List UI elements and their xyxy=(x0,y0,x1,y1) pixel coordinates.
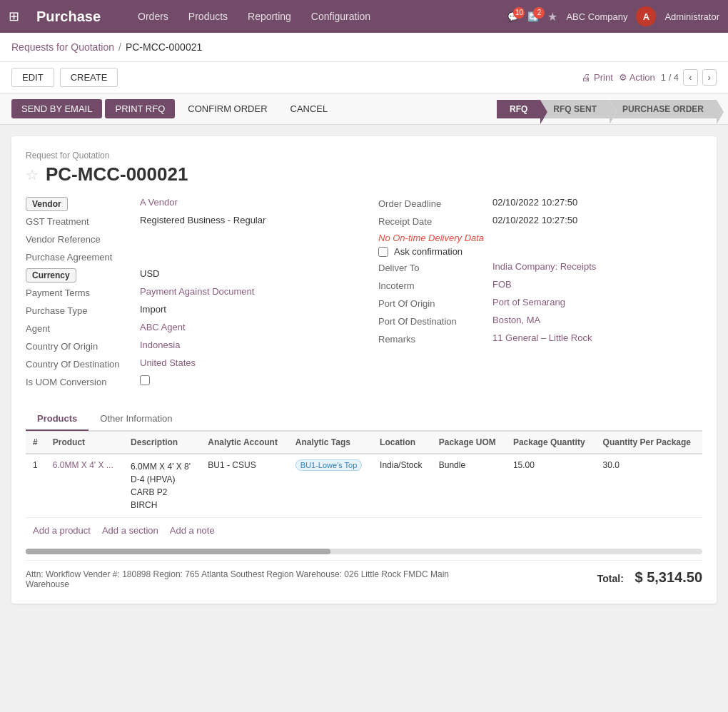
field-vendor-ref: Vendor Reference xyxy=(26,233,350,245)
confirm-order-button[interactable]: CONFIRM ORDER xyxy=(178,99,277,118)
row-package-qty: 15.00 xyxy=(506,454,596,518)
right-icons: 💬 10 🔄 2 ★ ABC Company A Administrator xyxy=(507,6,719,26)
country-origin-label: Country Of Origin xyxy=(26,340,140,352)
breadcrumb-sep: / xyxy=(118,41,121,53)
col-product[interactable]: Product xyxy=(46,432,123,454)
scroll-thumb[interactable] xyxy=(26,549,330,554)
order-deadline-value: 02/10/2022 10:27:50 xyxy=(492,197,577,208)
form-card: Request for Quotation ☆ PC-MCC-000021 Ve… xyxy=(11,136,717,604)
activity-icon[interactable]: 🔄 2 xyxy=(527,11,539,22)
vendor-ref-label: Vendor Reference xyxy=(26,233,140,245)
port-origin-value[interactable]: Port of Semarang xyxy=(492,297,565,307)
field-country-dest: Country Of Destination United States xyxy=(26,357,350,370)
purchase-agreement-label: Purchase Agreement xyxy=(26,250,140,263)
app-grid-icon[interactable]: ⊞ xyxy=(9,9,19,24)
field-order-deadline: Order Deadline 02/10/2022 10:27:50 xyxy=(378,197,702,209)
action-button[interactable]: ⚙ Action xyxy=(619,72,655,83)
deliver-to-value[interactable]: India Company: Receipts xyxy=(492,261,596,272)
brand-title: Purchase xyxy=(36,9,101,25)
breadcrumb-parent[interactable]: Requests for Quotation xyxy=(11,41,114,53)
user-avatar[interactable]: A xyxy=(636,6,656,26)
add-product-link[interactable]: Add a product xyxy=(33,525,91,536)
uom-conversion-checkbox[interactable] xyxy=(140,375,150,385)
field-incoterm: Incoterm FOB xyxy=(378,279,702,291)
total-label: Total: xyxy=(597,573,624,584)
row-qty-per-package: 30.0 xyxy=(596,454,702,518)
receipt-date-value: 02/10/2022 10:27:50 xyxy=(492,215,577,225)
analytic-tag[interactable]: BU1-Lowe's Top xyxy=(295,459,363,471)
main-content: Request for Quotation ☆ PC-MCC-000021 Ve… xyxy=(0,125,728,694)
no-delivery-data: No On-time Delivery Data xyxy=(378,233,702,243)
status-rfq-sent[interactable]: RFQ SENT xyxy=(540,100,610,118)
footer-note: Attn: Workflow Vender #: 180898 Region: … xyxy=(26,569,454,589)
tab-other-info[interactable]: Other Information xyxy=(89,407,183,431)
add-note-link[interactable]: Add a note xyxy=(170,525,215,536)
gst-label: GST Treatment xyxy=(26,215,140,227)
ask-confirmation-checkbox[interactable] xyxy=(378,247,388,257)
row-location: India/Stock xyxy=(373,454,432,518)
prev-button[interactable]: ‹ xyxy=(683,69,697,86)
nav-reporting[interactable]: Reporting xyxy=(239,6,300,26)
favorite-star-icon[interactable]: ☆ xyxy=(26,166,39,183)
chat-icon[interactable]: 💬 10 xyxy=(507,11,519,22)
field-gst: GST Treatment Registered Business - Regu… xyxy=(26,215,350,227)
breadcrumb: Requests for Quotation / PC-MCC-000021 xyxy=(0,33,728,62)
country-origin-value[interactable]: Indonesia xyxy=(140,340,180,350)
receipt-date-label: Receipt Date xyxy=(378,215,492,227)
port-dest-label: Port Of Destination xyxy=(378,315,492,327)
field-purchase-type: Purchase Type Import xyxy=(26,304,350,316)
vendor-label: Vendor xyxy=(26,197,140,209)
nav-products[interactable]: Products xyxy=(180,6,236,26)
country-dest-value[interactable]: United States xyxy=(140,357,196,368)
tab-products[interactable]: Products xyxy=(26,407,89,431)
currency-value: USD xyxy=(140,268,159,279)
total-value: $ 5,314.50 xyxy=(635,569,702,585)
edit-button[interactable]: EDIT xyxy=(11,68,54,87)
agent-value[interactable]: ABC Agent xyxy=(140,322,186,332)
add-section-link[interactable]: Add a section xyxy=(102,525,158,536)
ask-confirmation-row: Ask confirmation xyxy=(378,246,702,257)
remarks-label: Remarks xyxy=(378,332,492,345)
products-table: # Product Description Analytic Account A… xyxy=(26,431,702,518)
field-uom-conversion: Is UOM Conversion xyxy=(26,375,350,387)
country-dest-label: Country Of Destination xyxy=(26,357,140,370)
field-remarks: Remarks 11 General – Little Rock xyxy=(378,332,702,345)
deliver-to-label: Deliver To xyxy=(378,261,492,273)
field-payment-terms: Payment Terms Payment Against Document xyxy=(26,286,350,298)
incoterm-label: Incoterm xyxy=(378,279,492,291)
currency-label-text: Currency xyxy=(26,268,140,280)
print-rfq-button[interactable]: PRINT RFQ xyxy=(105,99,175,118)
create-button[interactable]: CREATE xyxy=(60,68,118,87)
send-email-button[interactable]: SEND BY EMAIL xyxy=(11,99,102,118)
row-analytic-account: BU1 - CSUS xyxy=(201,454,288,518)
order-deadline-label: Order Deadline xyxy=(378,197,492,209)
field-agent: Agent ABC Agent xyxy=(26,322,350,334)
field-currency: Currency USD xyxy=(26,268,350,280)
table-row[interactable]: 1 6.0MM X 4' X ... 6.0MM X 4' X 8'D-4 (H… xyxy=(26,454,702,518)
row-product[interactable]: 6.0MM X 4' X ... xyxy=(46,454,123,518)
payment-terms-value[interactable]: Payment Against Document xyxy=(140,286,254,297)
print-button[interactable]: 🖨 Print xyxy=(582,72,612,83)
col-num: # xyxy=(26,432,46,454)
vendor-value[interactable]: A Vendor xyxy=(140,197,178,208)
field-receipt-date: Receipt Date 02/10/2022 10:27:50 xyxy=(378,215,702,227)
horizontal-scrollbar[interactable] xyxy=(26,549,702,554)
form-subtitle: Request for Quotation xyxy=(26,151,702,161)
cancel-button[interactable]: CANCEL xyxy=(280,99,338,118)
field-port-origin: Port Of Origin Port of Semarang xyxy=(378,297,702,309)
payment-terms-label: Payment Terms xyxy=(26,286,140,298)
nav-configuration[interactable]: Configuration xyxy=(303,6,379,26)
nav-orders[interactable]: Orders xyxy=(129,6,177,26)
remarks-value[interactable]: 11 General – Little Rock xyxy=(492,332,592,343)
chat-badge: 10 xyxy=(513,7,525,19)
status-purchase-order[interactable]: PURCHASE ORDER xyxy=(610,100,717,118)
field-vendor: Vendor A Vendor xyxy=(26,197,350,209)
port-dest-value[interactable]: Boston, MA xyxy=(492,315,540,325)
pagination: 1 / 4 ‹ › xyxy=(661,69,717,86)
next-button[interactable]: › xyxy=(702,69,717,86)
incoterm-value[interactable]: FOB xyxy=(492,279,512,290)
status-rfq[interactable]: RFQ xyxy=(497,100,540,118)
row-package-uom: Bundle xyxy=(432,454,506,518)
form-title-row: ☆ PC-MCC-000021 xyxy=(26,163,702,185)
star-icon[interactable]: ★ xyxy=(547,10,557,24)
